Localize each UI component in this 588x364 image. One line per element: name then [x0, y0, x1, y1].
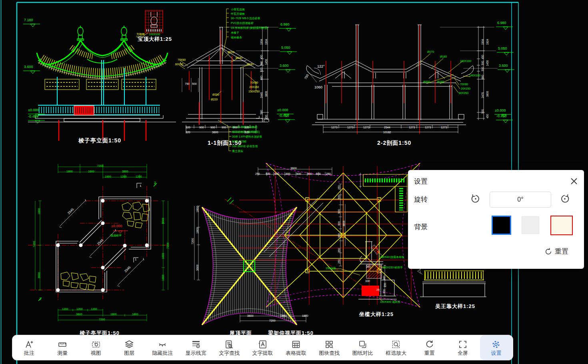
reset-label: 重置 — [555, 247, 568, 256]
pavilion-elevation — [28, 10, 176, 141]
toolbar-item-settings[interactable]: 设置 — [480, 335, 512, 360]
table-extract-icon — [291, 340, 301, 349]
toolbar-item-label: 重置 — [424, 350, 435, 356]
block-find-icon — [324, 340, 334, 349]
toolbar-item-block-find[interactable]: 图块查找 — [313, 335, 346, 360]
toolbar-item-label: 设置 — [491, 350, 501, 356]
finial-detail — [136, 10, 163, 37]
background-label: 背景 — [414, 222, 428, 232]
toolbar-item-hide-note[interactable]: 隐藏批注 — [146, 335, 179, 360]
fullscreen-icon — [458, 340, 468, 349]
rotate-cw-icon[interactable] — [560, 194, 570, 204]
marquee-zoom-icon — [391, 340, 401, 349]
rotate-angle-input[interactable] — [490, 192, 551, 208]
text-extract-icon — [258, 340, 268, 349]
toolbar-item-fullscreen[interactable]: 全屏 — [446, 335, 479, 360]
compare-icon — [358, 340, 368, 349]
toolbar-item-label: 显示线宽 — [186, 350, 206, 356]
view-icon — [91, 340, 101, 349]
settings-title: 设置 — [414, 177, 428, 186]
annotate-icon — [24, 340, 34, 349]
seat-sill-detail — [358, 239, 397, 305]
bottom-toolbar: 批注测量视图图层隐藏批注显示线宽文字查找文字提取表格提取图块查找图纸对比框选放大… — [12, 335, 513, 360]
toolbar-item-table-extract[interactable]: 表格提取 — [280, 335, 312, 360]
toolbar-item-label: 视图 — [91, 350, 101, 356]
toolbar-item-label: 图纸对比 — [352, 350, 373, 356]
toolbar-item-label: 图层 — [124, 350, 134, 356]
rotate-ccw-icon[interactable] — [470, 194, 481, 204]
cad-viewer: 宝顶大样1:25梭子亭立面1:501-1剖面1:502-2剖面1:50梭子亭平面… — [0, 0, 588, 364]
toolbar-item-annotate[interactable]: 批注 — [13, 335, 45, 360]
linewidth-icon — [191, 340, 201, 349]
toolbar-item-view[interactable]: 视图 — [80, 335, 112, 360]
toolbar-item-label: 全屏 — [458, 350, 468, 356]
reset-icon — [425, 340, 434, 349]
toolbar-item-text-extract[interactable]: 文字提取 — [246, 335, 279, 360]
measure-icon — [58, 340, 67, 349]
toolbar-item-label: 文字提取 — [252, 350, 273, 356]
floor-plan — [28, 164, 171, 321]
toolbar-item-label: 批注 — [24, 350, 34, 356]
section-1-1 — [179, 9, 280, 151]
rotate-label: 旋转 — [414, 195, 428, 204]
text-find-icon — [224, 340, 234, 349]
toolbar-item-label: 文字查找 — [219, 350, 240, 356]
refresh-icon — [544, 248, 552, 256]
toolbar-item-text-find[interactable]: 文字查找 — [213, 335, 245, 360]
settings-icon — [491, 340, 501, 349]
close-icon[interactable] — [569, 176, 579, 186]
lattice-fragment — [359, 173, 407, 212]
toolbar-item-layers[interactable]: 图层 — [113, 335, 145, 360]
railing-detail — [418, 266, 486, 297]
reset-button[interactable]: 重置 — [544, 247, 568, 256]
toolbar-item-compare[interactable]: 图纸对比 — [346, 335, 379, 360]
toolbar-item-label: 隐藏批注 — [152, 350, 173, 356]
toolbar-item-label: 测量 — [57, 350, 68, 356]
toolbar-item-label: 框选放大 — [386, 350, 406, 356]
toolbar-item-marquee-zoom[interactable]: 框选放大 — [380, 335, 412, 360]
toolbar-item-reset[interactable]: 重置 — [413, 335, 446, 360]
toolbar-item-linewidth[interactable]: 显示线宽 — [180, 335, 212, 360]
settings-panel: 设置 旋转 背景 重置 — [408, 170, 584, 269]
hide-note-icon — [158, 340, 167, 349]
toolbar-item-label: 表格提取 — [286, 350, 306, 356]
layers-icon — [124, 340, 134, 349]
background-swatch-black[interactable] — [492, 216, 511, 235]
section-2-2 — [306, 25, 498, 134]
toolbar-item-measure[interactable]: 测量 — [46, 335, 78, 360]
background-swatch-gray[interactable] — [522, 216, 539, 234]
background-swatch-cream[interactable] — [550, 216, 573, 235]
toolbar-item-label: 图块查找 — [319, 350, 340, 356]
roof-plan — [194, 163, 425, 325]
